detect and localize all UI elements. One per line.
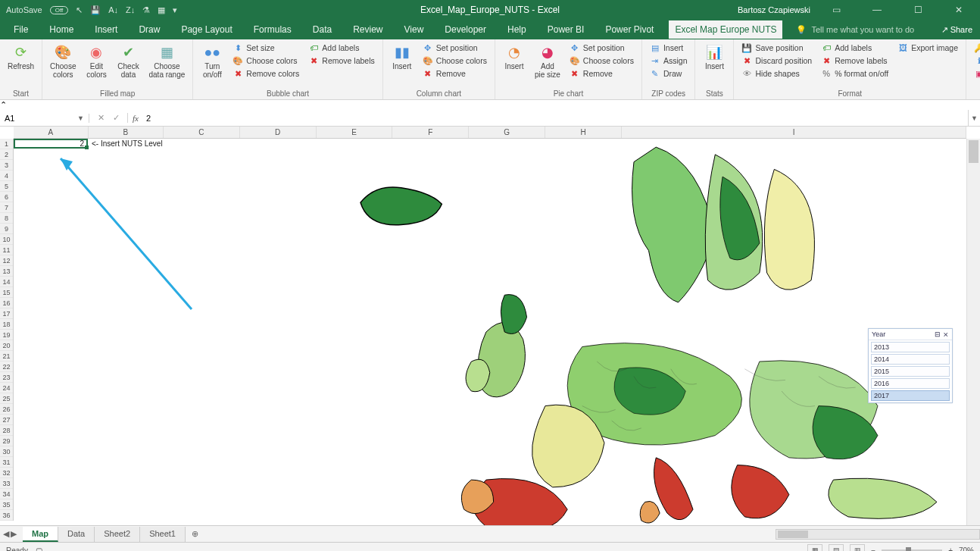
page-break-view-button[interactable]: ▥ <box>850 544 865 551</box>
row-header-7[interactable]: 7 <box>0 202 13 213</box>
export-image-button[interactable]: 🖼Export image <box>894 42 961 54</box>
close-button[interactable]: ✕ <box>944 5 974 15</box>
horizontal-scrollbar[interactable] <box>776 529 980 540</box>
license-button[interactable]: 🔑License <box>971 42 980 54</box>
name-box-dropdown-icon[interactable]: ▼ <box>77 114 84 122</box>
website-button[interactable]: ▣Maps-for-Excel.com <box>971 67 980 80</box>
tab-excel-map[interactable]: Excel Map Europe NUTS <box>669 20 782 39</box>
slicer-item-2014[interactable]: 2014 <box>871 354 950 365</box>
pie-remove-button[interactable]: ✖Remove <box>566 67 637 80</box>
formula-expand-icon[interactable]: ▼ <box>968 110 980 126</box>
slicer-item-2015[interactable]: 2015 <box>871 366 950 377</box>
row-header-2[interactable]: 2 <box>0 149 13 160</box>
fx-icon[interactable]: fx <box>128 114 143 123</box>
column-header-I[interactable]: I <box>622 127 966 138</box>
row-header-10[interactable]: 10 <box>0 234 13 245</box>
sheet-tab-data[interactable]: Data <box>58 527 95 542</box>
row-header-36[interactable]: 36 <box>0 510 13 521</box>
column-header-D[interactable]: D <box>240 127 317 138</box>
refresh-button[interactable]: ⟳ Refresh <box>5 42 37 72</box>
column-remove-button[interactable]: ✖Remove <box>420 67 490 80</box>
check-data-button[interactable]: ✔Check data <box>114 42 142 80</box>
tab-file[interactable]: File <box>8 20 34 39</box>
slicer-multiselect-icon[interactable]: ⊟ <box>935 330 941 338</box>
column-header-E[interactable]: E <box>317 127 393 138</box>
row-header-6[interactable]: 6 <box>0 192 13 202</box>
row-header-26[interactable]: 26 <box>0 404 13 415</box>
row-header-16[interactable]: 16 <box>0 298 13 308</box>
turn-onoff-button[interactable]: ●●Turn on/off <box>198 42 226 80</box>
row-header-23[interactable]: 23 <box>0 372 13 383</box>
format-remove-labels-button[interactable]: ✖Remove labels <box>818 55 891 67</box>
qat-sort-asc-icon[interactable]: A↓ <box>108 5 118 14</box>
vertical-scrollbar[interactable] <box>966 139 980 525</box>
tab-help[interactable]: Help <box>501 20 532 39</box>
row-header-17[interactable]: 17 <box>0 308 13 319</box>
tab-draw[interactable]: Draw <box>133 20 166 39</box>
maximize-button[interactable]: ☐ <box>903 5 933 15</box>
column-header-B[interactable]: B <box>89 127 164 138</box>
name-box[interactable]: A1 ▼ <box>0 114 89 123</box>
qat-filter-icon[interactable]: ⚗ <box>142 5 150 15</box>
about-map-button[interactable]: ℹAbout Excel Map <box>971 55 980 67</box>
cancel-formula-icon[interactable]: ✕ <box>95 113 106 123</box>
share-button[interactable]: ↗ Share <box>941 25 972 35</box>
tab-developer[interactable]: Developer <box>439 20 492 39</box>
minimize-button[interactable]: — <box>862 5 892 15</box>
pie-insert-button[interactable]: ◔Insert <box>500 42 529 72</box>
tab-power-bi[interactable]: Power BI <box>541 20 591 39</box>
zoom-slider-knob[interactable] <box>906 547 911 552</box>
column-header-F[interactable]: F <box>392 127 469 138</box>
row-header-29[interactable]: 29 <box>0 436 13 446</box>
row-header-24[interactable]: 24 <box>0 383 13 393</box>
add-pie-size-button[interactable]: ◕Add pie size <box>532 42 563 80</box>
user-name[interactable]: Bartosz Czapiewski <box>738 5 810 14</box>
row-header-27[interactable]: 27 <box>0 415 13 425</box>
row-header-21[interactable]: 21 <box>0 351 13 362</box>
accept-formula-icon[interactable]: ✓ <box>111 113 121 123</box>
qat-save-icon[interactable]: 💾 <box>90 5 101 15</box>
page-layout-view-button[interactable]: ▤ <box>829 544 844 551</box>
pct-format-button[interactable]: %% format on/off <box>818 67 891 80</box>
slicer-item-2016[interactable]: 2016 <box>871 378 950 389</box>
column-choose-colors-button[interactable]: 🎨Choose colors <box>420 55 490 67</box>
row-header-34[interactable]: 34 <box>0 489 13 499</box>
row-header-32[interactable]: 32 <box>0 468 13 478</box>
row-header-22[interactable]: 22 <box>0 362 13 372</box>
hide-shapes-button[interactable]: 👁Hide shapes <box>738 67 815 80</box>
row-header-20[interactable]: 20 <box>0 340 13 351</box>
zip-draw-button[interactable]: ✎Draw <box>647 67 691 80</box>
tab-power-pivot[interactable]: Power Pivot <box>599 20 660 39</box>
row-header-14[interactable]: 14 <box>0 277 13 287</box>
choose-range-button[interactable]: ▦Choose data range <box>145 42 188 80</box>
qat-more-icon[interactable]: ▾ <box>173 5 177 15</box>
stats-insert-button[interactable]: 📊Insert <box>700 42 729 72</box>
tab-home[interactable]: Home <box>43 20 80 39</box>
ribbon-options-icon[interactable]: ▭ <box>821 5 851 15</box>
add-sheet-button[interactable]: ⊕ <box>186 527 204 541</box>
save-position-button[interactable]: 💾Save position <box>738 42 815 54</box>
edit-colors-button[interactable]: ◉Edit colors <box>82 42 111 80</box>
row-header-8[interactable]: 8 <box>0 213 13 224</box>
sheet-tab-map[interactable]: Map <box>23 527 58 542</box>
normal-view-button[interactable]: ▦ <box>807 544 822 551</box>
sheet-tab-sheet2[interactable]: Sheet2 <box>95 527 140 542</box>
autosave-toggle[interactable]: Off <box>50 6 69 14</box>
sheet-nav-prev-icon[interactable]: ◀ <box>3 529 9 539</box>
macro-record-icon[interactable]: ▢ <box>36 546 42 552</box>
year-slicer[interactable]: Year ⊟ ⨯ 20132014201520162017 <box>868 328 953 403</box>
tab-view[interactable]: View <box>398 20 430 39</box>
choose-colors-button[interactable]: 🎨Choose colors <box>47 42 79 80</box>
row-header-15[interactable]: 15 <box>0 287 13 298</box>
zoom-out-button[interactable]: − <box>871 546 875 552</box>
bubble-remove-labels-button[interactable]: ✖Remove labels <box>305 55 377 67</box>
cell-B1[interactable]: <- Insert NUTS Level <box>89 139 211 149</box>
row-header-25[interactable]: 25 <box>0 393 13 404</box>
bubble-add-labels-button[interactable]: 🏷Add labels <box>305 42 377 54</box>
qat-cursor-icon[interactable]: ↖ <box>76 5 83 15</box>
row-header-28[interactable]: 28 <box>0 425 13 436</box>
format-add-labels-button[interactable]: 🏷Add labels <box>818 42 891 54</box>
row-header-19[interactable]: 19 <box>0 330 13 340</box>
row-header-3[interactable]: 3 <box>0 160 13 171</box>
pie-set-pos-button[interactable]: ✥Set position <box>566 42 637 54</box>
